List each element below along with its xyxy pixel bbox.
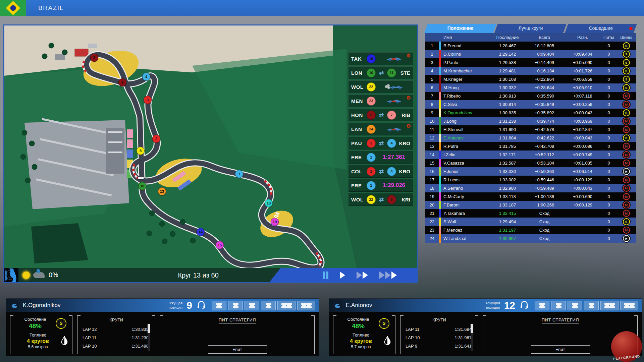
last-lap-cell: 1:28.467 [490, 43, 525, 48]
car-marker[interactable]: 19 [271, 218, 279, 226]
car-marker[interactable]: 14 [197, 228, 205, 236]
standings-row[interactable]: 12E.Antonov1:31.684+0:42.622+0:00.0430S [425, 134, 636, 142]
pause-button[interactable] [323, 272, 328, 279]
event-row[interactable]: WOL22⇄5KRI [348, 193, 413, 206]
ers-mode-button[interactable] [261, 301, 276, 310]
brake-balance-button[interactable] [228, 301, 243, 310]
tab-retired[interactable]: Сошедшие [567, 24, 635, 33]
driver-header: K.Ogorodnikov Текущаяпозиция 9 [6, 299, 319, 312]
headset-icon[interactable] [197, 301, 206, 310]
attack-mode-button[interactable] [277, 301, 296, 310]
attack-mode-button[interactable] [600, 301, 619, 310]
tab-position[interactable]: Положение [426, 24, 495, 33]
tab-best-laps[interactable]: Лучш.круги [496, 24, 565, 33]
standings-row[interactable]: 20F.Baroni1:33.187+1:00.266+0:00.1290M [425, 201, 636, 209]
fastest-forward-button[interactable] [379, 272, 397, 279]
event-row[interactable]: FRE11:27.361 [348, 151, 413, 164]
pits-count-cell: 0 [601, 135, 616, 140]
standings-row[interactable]: 3P.Paulo1:29.538+0:14.409+0:05.0900S [425, 58, 636, 67]
engine-mode-button[interactable] [535, 301, 549, 310]
event-row[interactable]: TAK16⚙ [348, 52, 413, 65]
standings-row[interactable]: 8C.Silva1:30.814+0:35.849+0:00.2590M [425, 100, 636, 109]
standings-row[interactable]: 13R.Putra1:31.785+0:42.708+0:00.0860M [425, 142, 636, 150]
event-position-badge: 1 [367, 153, 376, 162]
lap-time-row: LAP 111:31.230 [82, 334, 151, 342]
lap-time: 1:31.498 [131, 344, 149, 349]
car-marker[interactable]: 3 [144, 96, 152, 104]
position-cell: 18 [425, 186, 439, 191]
event-row[interactable]: LON10⇄11STE [348, 66, 413, 79]
defend-mode-button[interactable] [620, 301, 638, 310]
standings-row[interactable]: 2D.Collins1:29.142+0:09.404+0:09.4040S [425, 50, 636, 58]
total-time-cell: Сход [525, 236, 564, 241]
standings-header: Имя Последние Всего Разн. Питы Шины [425, 33, 636, 42]
driver-name: E.Antonov [346, 302, 482, 309]
weather-radar-icon[interactable] [4, 268, 18, 282]
event-row[interactable]: COL2⇄4KRO [348, 165, 413, 178]
standings-row[interactable]: 5M.Krieger1:30.108+0:22.864+0:06.8590S [425, 75, 636, 83]
event-row[interactable]: WOL22 [348, 80, 413, 93]
fuel-mode-button[interactable] [568, 301, 582, 310]
last-lap-cell: 1:33.030 [490, 169, 525, 174]
position-cell: 19 [425, 194, 439, 199]
tire-compound-icon: M [623, 201, 630, 208]
add-pit-button[interactable]: +пит [531, 345, 590, 354]
event-position-badge: 24 [367, 125, 376, 134]
car-marker[interactable]: 2 [152, 135, 160, 143]
event-row[interactable]: MEN23⚙ [348, 95, 413, 107]
laps-scrollbar[interactable] [148, 324, 150, 351]
laps-scrollbar[interactable] [471, 324, 473, 351]
lap-label: LAP 10 [83, 344, 97, 349]
position-cell: 14 [425, 152, 439, 157]
event-row[interactable]: LAN24⚙ [348, 123, 413, 135]
add-pit-button[interactable]: +пит [208, 345, 267, 354]
standings-row[interactable]: 22S.Wolf1:29.494Сход0S [425, 218, 636, 226]
engine-mode-button[interactable] [212, 301, 226, 310]
car-marker[interactable]: 5 [90, 54, 98, 62]
standings-row[interactable]: 6M.Hong1:30.332+0:28.644+0:05.9100S [425, 83, 636, 92]
car-state-section: Состояние 48% S Топливо 4 кругов 5,6 лит… [10, 315, 72, 354]
ers-mode-button[interactable] [584, 301, 599, 310]
standings-row[interactable]: 18A.Serrano1:32.980+0:59.489+0:00.0430M [425, 184, 636, 192]
standings-row[interactable]: 17R.Lucas1:33.002+0:59.446+0:00.1290M [425, 176, 636, 184]
car-marker[interactable]: 1 [235, 170, 243, 178]
standings-row[interactable]: 15V.Casazza1:32.587+0:53.104+0:01.0350M [425, 159, 636, 167]
car-marker[interactable]: 6 [118, 78, 126, 86]
headset-icon[interactable] [520, 301, 529, 310]
tire-condition-value: 48% [15, 322, 56, 330]
driver-name-cell: A.Serrano [441, 186, 490, 191]
fast-forward-button[interactable] [357, 272, 368, 279]
standings-row[interactable]: 23F.Mendez1:31.197Сход0M [425, 226, 636, 234]
gap-cell: +0:00.086 [564, 144, 601, 149]
standings-row[interactable]: 19C.McCarty1:33.118+1:00.136+0:00.6900M [425, 192, 636, 201]
standings-row[interactable]: 1B.Freund1:28.46718:12.8050S [425, 42, 636, 50]
play-button[interactable] [340, 272, 345, 279]
standings-row[interactable]: 16F.Junior1:33.030+0:59.360+0:06.5140H [425, 167, 636, 176]
standings-row[interactable]: 9K.Ogorodnikov1:30.835+0:35.892+0:00.043… [425, 109, 636, 117]
car-marker[interactable]: 4 [142, 73, 150, 81]
gap-cell: +0:01.726 [564, 68, 601, 73]
car-marker[interactable]: 13 [158, 187, 166, 195]
position-cell: 4 [425, 68, 439, 73]
standings-row[interactable]: 4M.Krombacher1:29.481+0:16.134+0:01.7260… [425, 67, 636, 75]
standings-row[interactable]: 11H.Stenvall1:31.690+0:42.578+0:02.8470M [425, 125, 636, 134]
driver-name-cell: E.Antonov [441, 135, 490, 140]
car-marker[interactable]: 8 [137, 147, 145, 155]
standings-row[interactable]: 24W.Landzaat1:30.967Сход0H [425, 234, 636, 243]
event-row[interactable]: HON6⇄7RIB [348, 109, 413, 121]
last-lap-cell: 1:31.684 [490, 135, 525, 140]
defend-mode-button[interactable] [297, 301, 315, 310]
standings-row[interactable]: 14I.Zelic1:32.171+0:52.112+0:09.7490M [425, 150, 636, 159]
car-marker[interactable]: 15 [216, 241, 224, 249]
car-marker[interactable]: 10 [138, 182, 146, 190]
pits-count-cell: 0 [601, 236, 616, 241]
event-row[interactable]: PAU3⇄4KRO [348, 137, 413, 149]
tire-compound-icon: S [623, 109, 630, 116]
standings-row[interactable]: 7T.Ribeiro1:30.913+0:35.590+0:07.1180M [425, 92, 636, 100]
event-row[interactable]: FRE11:29.026 [348, 179, 413, 192]
fuel-mode-button[interactable] [245, 301, 259, 310]
car-marker[interactable]: 18 [265, 199, 273, 207]
brake-balance-button[interactable] [551, 301, 566, 310]
standings-row[interactable]: 10J.Long1:31.238+0:39.774+0:03.9690M [425, 117, 636, 125]
standings-row[interactable]: 21Y.Takahara1:32.415Сход0M [425, 209, 636, 218]
